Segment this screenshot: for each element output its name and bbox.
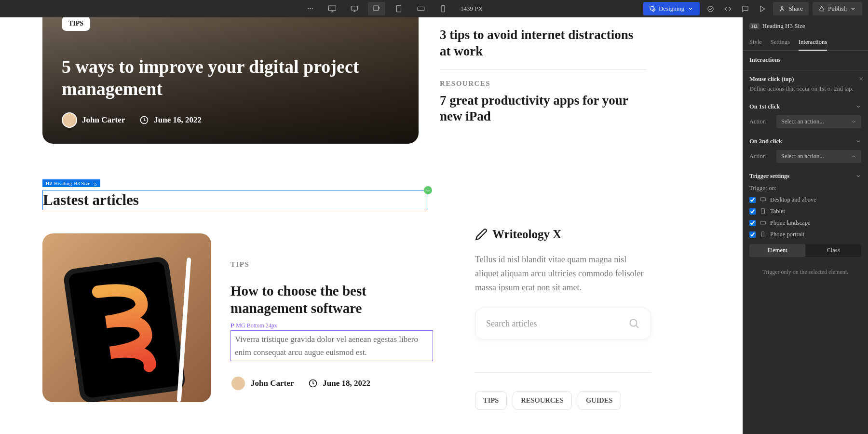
canvas-dimensions[interactable]: 1439 PX	[461, 5, 483, 13]
share-button[interactable]: Share	[773, 2, 809, 15]
tag-list: TIPS RESOURCES GUIDES	[475, 372, 651, 410]
svg-point-12	[630, 320, 637, 326]
hero-author: John Carter	[62, 112, 125, 128]
clock-icon	[139, 115, 149, 125]
trigger-title: Mouse click (tap)	[749, 76, 861, 83]
close-icon[interactable]: ×	[859, 75, 863, 83]
article-author: John Carter	[231, 376, 294, 391]
checkbox-phone-landscape[interactable]: Phone landscape	[749, 219, 861, 227]
svg-point-7	[782, 7, 784, 8]
side-article-list: 3 tips to avoid internet distractions at…	[440, 17, 647, 135]
side-article[interactable]: 3 tips to avoid internet distractions at…	[440, 17, 647, 69]
chevron-down-icon	[855, 104, 861, 109]
add-element-button[interactable]: +	[424, 186, 432, 194]
svg-rect-14	[761, 209, 765, 214]
tab-style[interactable]: Style	[749, 35, 762, 50]
comment-icon[interactable]	[738, 2, 752, 15]
panel-tabs: Style Settings Interactions	[743, 35, 868, 51]
svg-rect-1	[351, 6, 358, 10]
tab-settings[interactable]: Settings	[771, 35, 790, 50]
tag-pill[interactable]: GUIDES	[578, 391, 621, 410]
tag-pill[interactable]: TIPS	[475, 391, 507, 410]
article-description[interactable]: Viverra tristique gravida dolor vel aene…	[231, 330, 433, 361]
svg-point-9	[94, 183, 95, 184]
svg-rect-4	[418, 7, 424, 11]
hero-tag-badge: TIPS	[62, 17, 90, 31]
breakpoint-desktop-large[interactable]	[324, 2, 341, 15]
phone-landscape-icon	[760, 219, 766, 226]
article-title: How to choose the best management softwa…	[231, 282, 433, 317]
section-trigger-settings[interactable]: Trigger settings	[749, 173, 861, 180]
checkbox-tablet[interactable]: Tablet	[749, 208, 861, 215]
article-date: June 18, 2022	[308, 379, 370, 388]
section-on-1st-click[interactable]: On 1st click	[749, 103, 861, 110]
trigger-description: Define actions that occur on 1st or 2nd …	[749, 85, 861, 94]
search-icon	[628, 318, 640, 329]
desktop-icon	[760, 196, 766, 203]
hero-card[interactable]: TIPS 5 ways to improve your digital proj…	[42, 17, 419, 144]
svg-rect-2	[374, 6, 379, 11]
chevron-down-icon	[851, 154, 856, 159]
audit-icon[interactable]	[704, 2, 717, 15]
tablet-icon	[760, 208, 766, 215]
article-thumbnail	[42, 233, 211, 402]
article-category: TIPS	[231, 260, 433, 269]
h2-icon: H2	[45, 180, 52, 186]
selection-breadcrumb[interactable]: H2 Heading H3 Size	[743, 17, 868, 35]
svg-rect-0	[329, 6, 336, 11]
breakpoint-phone-landscape[interactable]	[412, 2, 430, 15]
more-menu[interactable]: ⋯	[301, 2, 319, 15]
segment-element[interactable]: Element	[749, 244, 805, 257]
widget-title: Writeology X	[475, 228, 651, 241]
sidebar-widget: Writeology X Tellus id nisl blandit vita…	[475, 228, 651, 410]
action-select[interactable]: Select an action...	[776, 115, 861, 128]
avatar	[231, 376, 246, 391]
preview-icon[interactable]	[756, 2, 769, 15]
svg-rect-5	[442, 5, 445, 12]
publish-button[interactable]: Publish	[813, 2, 862, 15]
segment-class[interactable]: Class	[805, 244, 861, 257]
breakpoint-switcher: ⋯ 1439 PX	[141, 2, 643, 15]
inspector-panel: H2 Heading H3 Size Style Settings Intera…	[743, 17, 868, 434]
side-article-title: 3 tips to avoid internet distractions at…	[440, 27, 647, 60]
h2-icon: H2	[749, 23, 760, 29]
checkbox-phone-portrait[interactable]: Phone portrait	[749, 231, 861, 238]
tab-interactions[interactable]: Interactions	[799, 35, 827, 51]
svg-point-6	[708, 6, 713, 11]
search-input[interactable]: Search articles	[475, 308, 651, 339]
action-label: Action	[749, 153, 771, 160]
selected-element-wrapper[interactable]: H2 Heading H3 Size + Lastest articles	[42, 190, 428, 210]
breakpoint-desktop[interactable]	[346, 2, 363, 15]
avatar	[62, 112, 77, 128]
gear-icon[interactable]	[92, 181, 97, 186]
svg-rect-13	[760, 198, 766, 201]
checkbox-desktop[interactable]: Desktop and above	[749, 196, 861, 203]
action-select[interactable]: Select an action...	[776, 150, 861, 163]
breakpoint-custom[interactable]	[368, 2, 385, 15]
breakpoint-tablet[interactable]	[390, 2, 407, 15]
design-canvas[interactable]: TIPS 5 ways to improve your digital proj…	[0, 17, 743, 434]
section-on-2nd-click[interactable]: On 2nd click	[749, 138, 861, 145]
mode-switcher[interactable]: Designing	[643, 2, 700, 15]
tag-pill[interactable]: RESOURCES	[513, 391, 572, 410]
breakpoint-phone-portrait[interactable]	[434, 2, 452, 15]
trigger-scope-segmented[interactable]: Element Class	[749, 244, 861, 257]
chevron-down-icon	[855, 173, 861, 179]
code-icon[interactable]	[721, 2, 734, 15]
interaction-trigger-card[interactable]: × Mouse click (tap) Define actions that …	[743, 71, 868, 98]
svg-rect-16	[762, 232, 764, 237]
paragraph-class-badge[interactable]: PMG Bottom 24px	[231, 322, 433, 329]
widget-description: Tellus id nisl blandit vitae quam magna …	[475, 253, 651, 294]
chevron-down-icon	[855, 138, 861, 144]
phone-portrait-icon	[760, 231, 766, 238]
selected-heading[interactable]: Lastest articles	[42, 190, 428, 210]
hero-title: 5 ways to improve your digital project m…	[62, 56, 399, 100]
chevron-down-icon	[851, 119, 856, 124]
trigger-on-label: Trigger on:	[749, 185, 861, 192]
side-article[interactable]: RESOURCES 7 great productivity apps for …	[440, 69, 647, 135]
top-toolbar: ⋯ 1439 PX Designing Share Publish	[0, 0, 868, 17]
selection-badge[interactable]: H2 Heading H3 Size	[42, 179, 100, 187]
svg-rect-15	[760, 221, 766, 224]
section-title: Interactions	[749, 56, 861, 64]
side-article-category: RESOURCES	[440, 80, 647, 88]
